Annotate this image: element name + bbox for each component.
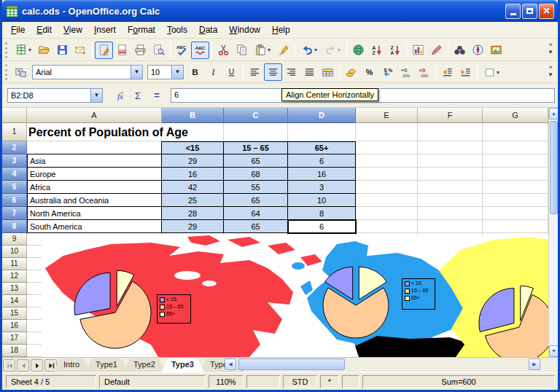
cell-A5[interactable]: Africa [27,181,162,194]
insert-chart-button[interactable] [409,42,427,59]
row-header-14[interactable]: 14 [2,295,27,307]
chevron-down-icon[interactable]: ▼ [131,66,142,79]
menu-insert[interactable]: Insert [88,23,122,37]
toolbar-overflow-button[interactable]: »▾ [545,41,556,55]
row-header-13[interactable]: 13 [2,283,27,295]
function-wizard-icon[interactable]: fx [109,87,128,103]
tab-prev-button[interactable] [17,359,29,372]
find-replace-button[interactable] [451,42,469,59]
scroll-up-icon[interactable]: ▲ [549,108,559,119]
align-center-button[interactable] [264,63,282,81]
select-all-corner[interactable] [2,108,27,123]
autospellcheck-button[interactable]: ABC [191,42,209,59]
menu-format[interactable]: Format [122,23,161,37]
cell-B8[interactable]: 29 [162,220,224,233]
cell-A7[interactable]: North America [27,207,162,220]
cell-A6[interactable]: Australia and Oceania [27,194,162,207]
row-header-3[interactable]: 3 [2,154,27,168]
tab-next-button[interactable] [31,359,43,372]
close-button[interactable]: ✕ [539,4,554,19]
align-right-button[interactable] [282,63,300,81]
align-left-button[interactable] [246,63,264,81]
column-header-G[interactable]: G [483,108,548,123]
cut-button[interactable] [214,42,233,59]
open-button[interactable] [35,42,53,59]
title-bar[interactable]: calc.ods - OpenOffice.org Calc ✕ [2,0,558,22]
cell-D3[interactable]: 6 [288,154,356,168]
chart-legend-europe[interactable]: < 1515 – 6565+ [402,278,435,310]
menu-window[interactable]: Window [223,23,266,37]
cell-D8[interactable]: 6 [288,220,356,233]
hyperlink-button[interactable] [349,42,368,59]
equals-icon[interactable]: = [147,87,166,103]
send-email-button[interactable] [71,42,90,59]
column-header-C[interactable]: C [224,108,288,123]
chevron-down-icon[interactable]: ▾ [314,47,317,53]
toolbar-grip[interactable] [5,42,9,58]
cell-B7[interactable]: 28 [162,207,224,220]
horizontal-scroll-thumb[interactable] [238,358,345,370]
menu-tools[interactable]: Tools [161,23,193,37]
chevron-down-icon[interactable]: ▾ [268,47,271,53]
sort-descending-button[interactable]: ZA [386,42,404,59]
menu-view[interactable]: View [58,23,88,37]
draw-functions-button[interactable] [427,42,446,59]
menu-help[interactable]: Help [266,23,296,37]
row-header-10[interactable]: 10 [2,246,27,258]
chevron-down-icon[interactable]: ▼ [90,89,102,102]
sum-icon[interactable]: Σ [128,87,147,103]
currency-button[interactable] [342,63,360,81]
row-header-17[interactable]: 17 [2,332,27,345]
row-header-16[interactable]: 16 [2,320,27,332]
cell-B5[interactable]: 42 [162,181,224,194]
percent-button[interactable]: % [360,63,378,81]
justified-button[interactable] [300,63,319,81]
menu-data[interactable]: Data [193,23,223,37]
cell-D6[interactable]: 10 [288,194,356,207]
maximize-button[interactable] [522,4,537,19]
cell-B6[interactable]: 25 [162,194,224,207]
row-header-1[interactable]: 1 [2,123,27,141]
menu-file[interactable]: File [5,23,31,37]
name-box[interactable]: B2:D8 ▼ [7,88,103,103]
paste-button[interactable]: ▾ [251,42,274,59]
cell-B2[interactable]: <15 [162,141,224,154]
cell-A1-title[interactable]: Percent of Population of Age [28,123,188,141]
sheet-tab-type2[interactable]: Type2 [123,358,166,372]
scroll-down-icon[interactable]: ▼ [549,345,559,357]
copy-button[interactable] [233,42,251,59]
row-header-11[interactable]: 11 [2,258,27,270]
print-button[interactable] [131,42,149,59]
cell-C3[interactable]: 65 [224,154,288,168]
edit-file-button[interactable] [95,42,113,59]
chevron-down-icon[interactable]: ▾ [338,47,341,53]
cell-C4[interactable]: 68 [224,168,288,181]
vertical-scrollbar[interactable]: ▲ ▼ [548,108,558,357]
navigator-button[interactable] [469,42,487,59]
chart-legend-north-america[interactable]: < 1515 – 6565+ [157,294,191,324]
sheet-tab-intro[interactable]: Intro [53,358,90,372]
row-header-5[interactable]: 5 [2,181,27,194]
chevron-down-icon[interactable]: ▾ [28,47,31,53]
font-size-combo[interactable]: 10▼ [147,65,184,79]
merge-cells-button[interactable] [319,63,337,81]
chevron-down-icon[interactable]: ▼ [171,66,183,79]
spreadsheet-grid[interactable]: ABCDEFG123456789101112131415161718 < 151… [2,108,548,357]
toolbar-overflow-button[interactable]: »▾ [545,63,556,78]
cell-C7[interactable]: 64 [224,207,288,220]
cell-C6[interactable]: 65 [224,194,288,207]
column-header-E[interactable]: E [356,108,418,123]
scroll-left-icon[interactable]: ◀ [225,358,236,370]
row-header-6[interactable]: 6 [2,194,27,207]
world-map-chart[interactable]: < 1515 – 6565+ < 1515 – 6565+ [42,235,548,357]
standard-format-button[interactable]: $% [378,63,397,81]
scroll-right-icon[interactable]: ▶ [529,358,540,370]
status-sum[interactable]: Sum=600 [362,375,555,388]
tab-first-button[interactable] [3,359,15,372]
cell-D5[interactable]: 3 [288,181,356,194]
delete-decimal-button[interactable]: ×0.000 [415,63,433,81]
row-header-15[interactable]: 15 [2,307,27,320]
cell-A3[interactable]: Asia [27,154,162,168]
cell-D4[interactable]: 16 [288,168,356,181]
font-name-combo[interactable]: Arial▼ [32,65,143,79]
